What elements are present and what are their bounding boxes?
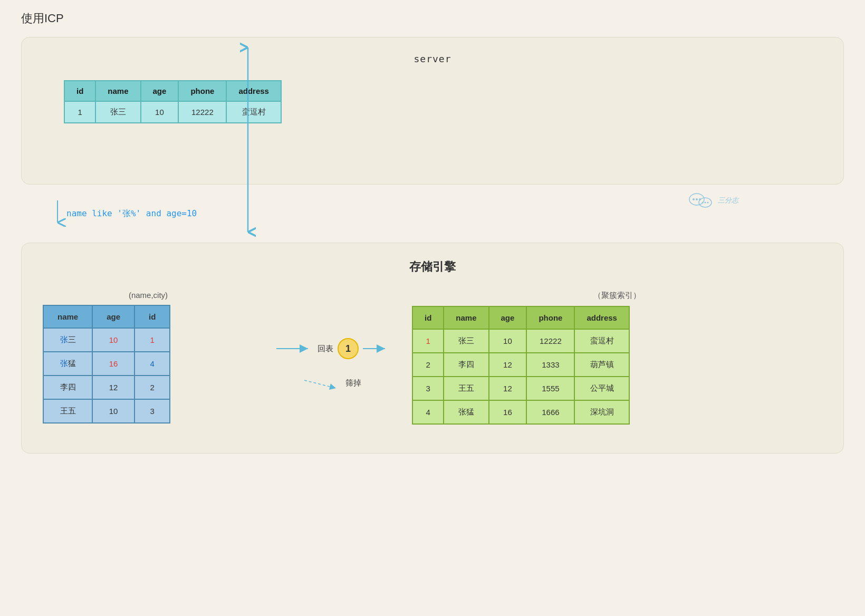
- saidiao-label: 筛掉: [345, 378, 361, 388]
- idx-id-2: 4: [134, 352, 170, 376]
- idx-id-4: 3: [134, 399, 170, 423]
- bottom-layout: (name,city) name age id 张三 10 1: [43, 291, 822, 425]
- clu-phone-1: 12222: [526, 329, 574, 353]
- server-box: server id name age phone address 1 张三 10…: [21, 37, 844, 185]
- idx-name-1: 张三: [43, 328, 92, 352]
- svg-point-4: [696, 198, 698, 200]
- idx-col-age: age: [92, 305, 134, 328]
- connector-section: 回表 1: [254, 291, 412, 391]
- svg-point-8: [705, 202, 706, 204]
- idx-col-name: name: [43, 305, 92, 328]
- clu-id-1: 1: [412, 329, 444, 353]
- clu-col-age: age: [489, 306, 527, 329]
- clu-phone-3: 1555: [526, 377, 574, 400]
- wechat-icon: [687, 190, 714, 211]
- clu-addr-3: 公平城: [574, 377, 629, 400]
- index-label: (name,city): [43, 291, 254, 300]
- clustered-table: id name age phone address 1 张三 10 12222 …: [412, 306, 630, 425]
- clustered-section: （聚簇索引） id name age phone address 1 张三: [412, 291, 822, 425]
- wechat-area: 三分志: [687, 190, 738, 211]
- arrow-to-circle: [276, 343, 313, 354]
- circle-badge: 1: [338, 338, 359, 359]
- clu-age-1: 10: [489, 329, 527, 353]
- dashed-arrow: [304, 375, 341, 391]
- clu-addr-4: 深坑洞: [574, 400, 629, 424]
- clu-addr-1: 蛮逗村: [574, 329, 629, 353]
- clustered-label: （聚簇索引）: [412, 291, 822, 301]
- server-col-id: id: [64, 81, 95, 101]
- idx-row-2: 张猛 16 4: [43, 352, 170, 376]
- clu-age-2: 12: [489, 353, 527, 377]
- clu-age-4: 16: [489, 400, 527, 424]
- server-col-phone: phone: [178, 81, 226, 101]
- clu-id-3: 3: [412, 377, 444, 400]
- arrow-from-circle: [363, 343, 389, 354]
- idx-name-2: 张猛: [43, 352, 92, 376]
- server-cell-age: 10: [141, 101, 179, 123]
- clu-row-4: 4 张猛 16 1666 深坑洞: [412, 400, 629, 424]
- idx-row-1: 张三 10 1: [43, 328, 170, 352]
- clu-row-1: 1 张三 10 12222 蛮逗村: [412, 329, 629, 353]
- clu-col-name: name: [444, 306, 488, 329]
- svg-point-3: [693, 198, 695, 200]
- idx-row-3: 李四 12 2: [43, 376, 170, 399]
- idx-id-1: 1: [134, 328, 170, 352]
- idx-id-3: 2: [134, 376, 170, 399]
- clu-phone-4: 1666: [526, 400, 574, 424]
- index-section: (name,city) name age id 张三 10 1: [43, 291, 254, 424]
- idx-col-id: id: [134, 305, 170, 328]
- engine-title: 存储引擎: [409, 259, 456, 275]
- index-table: name age id 张三 10 1 张猛: [43, 305, 170, 424]
- middle-section: name like '张%' and age=10: [21, 185, 844, 243]
- svg-point-7: [702, 202, 704, 204]
- idx-age-1: 10: [92, 328, 134, 352]
- query-text: name like '张%' and age=10: [66, 208, 197, 219]
- clu-col-id: id: [412, 306, 444, 329]
- clu-name-4: 张猛: [444, 400, 488, 424]
- clu-name-3: 王五: [444, 377, 488, 400]
- server-cell-name: 张三: [95, 101, 140, 123]
- bidirectional-arrow: [240, 42, 256, 237]
- wechat-label: 三分志: [718, 196, 738, 205]
- server-label: server: [43, 53, 822, 64]
- clu-addr-2: 葫芦镇: [574, 353, 629, 377]
- server-col-age: age: [141, 81, 179, 101]
- svg-line-12: [304, 380, 336, 388]
- clu-phone-2: 1333: [526, 353, 574, 377]
- server-col-name: name: [95, 81, 140, 101]
- svg-point-9: [707, 202, 709, 204]
- idx-age-4: 10: [92, 399, 134, 423]
- engine-box: 存储引擎 (name,city) name age id 张三: [21, 243, 844, 454]
- page-title: 使用ICP: [21, 11, 844, 26]
- clu-id-2: 2: [412, 353, 444, 377]
- huibiao-label: 回表: [318, 344, 333, 354]
- clu-age-3: 12: [489, 377, 527, 400]
- clu-col-address: address: [574, 306, 629, 329]
- idx-age-3: 12: [92, 376, 134, 399]
- idx-age-2: 16: [92, 352, 134, 376]
- server-cell-phone: 12222: [178, 101, 226, 123]
- idx-row-4: 王五 10 3: [43, 399, 170, 423]
- clu-col-phone: phone: [526, 306, 574, 329]
- server-cell-id: 1: [64, 101, 95, 123]
- clu-id-4: 4: [412, 400, 444, 424]
- idx-name-4: 王五: [43, 399, 92, 423]
- clu-name-1: 张三: [444, 329, 488, 353]
- idx-name-3: 李四: [43, 376, 92, 399]
- clu-row-2: 2 李四 12 1333 葫芦镇: [412, 353, 629, 377]
- clu-row-3: 3 王五 12 1555 公平城: [412, 377, 629, 400]
- clu-name-2: 李四: [444, 353, 488, 377]
